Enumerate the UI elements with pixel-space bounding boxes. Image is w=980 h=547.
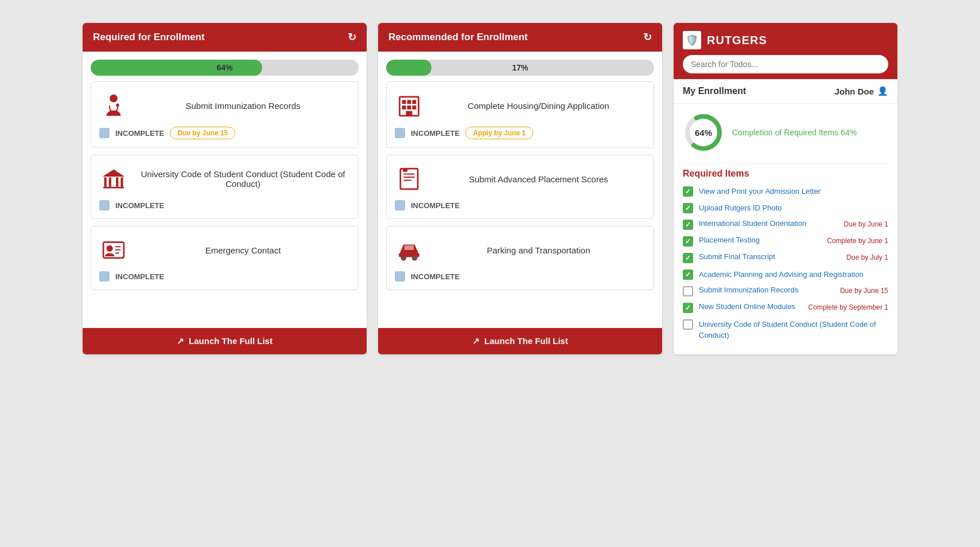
recommended-item-placement-status-text: INCOMPLETE: [411, 201, 460, 210]
svg-rect-25: [403, 169, 407, 172]
recommended-item-parking-top: Parking and Transportation: [395, 236, 645, 264]
required-item-immunization[interactable]: Submit Immunization Records INCOMPLETE D…: [91, 81, 359, 148]
sidebar-item-final-transcript[interactable]: ✓ Submit Final Transcript Due by July 1: [683, 252, 888, 263]
recommended-item-placement-title: Submit Advanced Placement Scores: [431, 174, 645, 184]
sidebar-search-input[interactable]: [683, 55, 888, 73]
required-item-emergency-top: Emergency Contact: [99, 236, 350, 264]
my-enrollment-label: My Enrollment: [683, 86, 746, 96]
svg-rect-24: [403, 179, 411, 181]
sidebar-item-final-transcript-name[interactable]: Submit Final Transcript: [699, 252, 775, 262]
sidebar-item-placement-testing-name[interactable]: Placement Testing: [699, 236, 760, 245]
car-icon: [395, 236, 423, 264]
recommended-panel-header: Recommended for Enrollment ↻: [378, 23, 662, 52]
panels-area: Required for Enrollment ↻ 64%: [83, 23, 662, 354]
recommended-item-placement-checkbox[interactable]: [395, 200, 405, 210]
svg-rect-11: [115, 249, 121, 251]
sidebar-item-intl-orientation[interactable]: ✓ International Student Orientation Due …: [683, 219, 888, 230]
recommended-item-placement-top: Submit Advanced Placement Scores: [395, 165, 645, 193]
recommended-item-housing-checkbox[interactable]: [395, 128, 405, 138]
recommended-item-parking-title: Parking and Transportation: [431, 245, 645, 255]
sidebar-item-new-student-modules-name[interactable]: New Student Online Modules: [699, 302, 795, 312]
required-item-conduct-checkbox[interactable]: [99, 200, 110, 210]
sidebar-body: 64% Completion of Required Items 64% Req…: [674, 104, 897, 354]
sidebar-item-intl-orientation-name[interactable]: International Student Orientation: [699, 219, 806, 229]
sidebar-item-academic-planning[interactable]: ✓ Academic Planning and Advising and Reg…: [683, 269, 888, 280]
recommended-item-placement[interactable]: Submit Advanced Placement Scores INCOMPL…: [386, 155, 654, 219]
sidebar-item-immunization-records-name[interactable]: Submit Immunization Records: [699, 286, 798, 295]
rutgers-shield-icon: 🛡️: [683, 31, 701, 49]
sidebar: 🛡️ RUTGERS My Enrollment John Doe 👤 6: [674, 23, 897, 354]
sidebar-item-student-conduct-info: University Code of Student Conduct (Stud…: [699, 319, 888, 341]
sidebar-user-row: My Enrollment John Doe 👤: [674, 79, 897, 104]
sidebar-item-placement-testing-due: Complete by June 1: [827, 237, 888, 245]
sidebar-item-academic-planning-checkbox[interactable]: ✓: [683, 269, 693, 280]
sidebar-item-rutgers-photo-name[interactable]: Upload Rutgers ID Photo: [699, 204, 782, 212]
recommended-item-parking-status-text: INCOMPLETE: [411, 272, 460, 281]
svg-rect-2: [104, 177, 107, 187]
required-item-conduct-title: University Code of Student Conduct (Stud…: [136, 169, 350, 189]
recommended-refresh-icon[interactable]: ↻: [643, 31, 652, 44]
launch-icon-recommended: ↗︎: [472, 336, 480, 346]
required-item-conduct-status-text: INCOMPLETE: [115, 201, 164, 210]
sidebar-item-intl-orientation-checkbox[interactable]: ✓: [683, 220, 693, 230]
sidebar-item-immunization-records[interactable]: Submit Immunization Records Due by June …: [683, 286, 888, 296]
svg-point-9: [107, 245, 113, 252]
recommended-item-parking[interactable]: Parking and Transportation INCOMPLETE: [386, 226, 654, 290]
user-name-text: John Doe: [835, 87, 874, 96]
sidebar-item-rutgers-photo-checkbox[interactable]: ✓: [683, 203, 693, 213]
svg-point-27: [401, 256, 406, 260]
recommended-items-list: Complete Housing/Dining Application INCO…: [378, 81, 662, 328]
sidebar-item-admission-letter[interactable]: ✓ View and Print your Admission Letter: [683, 186, 888, 197]
required-item-conduct-status: INCOMPLETE: [99, 200, 350, 210]
required-item-emergency-title: Emergency Contact: [136, 245, 350, 255]
sidebar-item-new-student-modules[interactable]: ✓ New Student Online Modules Complete by…: [683, 302, 888, 313]
sidebar-item-academic-planning-name[interactable]: Academic Planning and Advising and Regis…: [699, 270, 864, 279]
rutgers-logo-text: RUTGERS: [707, 34, 767, 47]
sidebar-item-final-transcript-checkbox[interactable]: ✓: [683, 253, 693, 263]
required-item-conduct[interactable]: University Code of Student Conduct (Stud…: [91, 155, 359, 219]
separator: [683, 163, 888, 164]
sidebar-item-placement-testing[interactable]: ✓ Placement Testing Complete by June 1: [683, 236, 888, 247]
completion-text: Completion of Required Items 64%: [732, 128, 857, 137]
sidebar-item-placement-testing-checkbox[interactable]: ✓: [683, 236, 693, 247]
required-item-immunization-status-text: INCOMPLETE: [115, 129, 164, 138]
sidebar-item-admission-letter-checkbox[interactable]: ✓: [683, 186, 693, 197]
svg-rect-10: [115, 246, 121, 247]
sidebar-item-new-student-modules-checkbox[interactable]: ✓: [683, 303, 693, 313]
id-card-icon: [99, 236, 128, 264]
sidebar-item-student-conduct-name[interactable]: University Code of Student Conduct (Stud…: [699, 320, 876, 339]
required-items-list: Submit Immunization Records INCOMPLETE D…: [83, 81, 367, 328]
sidebar-item-admission-letter-name[interactable]: View and Print your Admission Letter: [699, 187, 820, 196]
recommended-item-housing-top: Complete Housing/Dining Application: [395, 91, 645, 120]
required-item-emergency[interactable]: Emergency Contact INCOMPLETE: [91, 226, 359, 290]
recommended-item-parking-status: INCOMPLETE: [395, 271, 645, 282]
recommended-item-housing[interactable]: Complete Housing/Dining Application INCO…: [386, 81, 654, 148]
required-item-immunization-due: Due by June 15: [170, 127, 235, 139]
completion-row: 64% Completion of Required Items 64%: [683, 112, 888, 153]
sidebar-item-new-student-modules-info: New Student Online Modules Complete by S…: [699, 302, 888, 312]
rutgers-logo-row: 🛡️ RUTGERS: [683, 31, 888, 49]
svg-rect-23: [403, 177, 414, 178]
svg-rect-21: [400, 169, 418, 189]
recommended-item-parking-checkbox[interactable]: [395, 271, 405, 282]
sidebar-item-immunization-records-checkbox[interactable]: [683, 286, 693, 296]
required-item-immunization-checkbox[interactable]: [99, 128, 110, 138]
svg-rect-22: [403, 173, 414, 174]
required-item-emergency-checkbox[interactable]: [99, 271, 110, 282]
sidebar-item-placement-testing-row: Placement Testing Complete by June 1: [699, 236, 888, 245]
sidebar-item-student-conduct-checkbox[interactable]: [683, 319, 693, 330]
required-item-emergency-status: INCOMPLETE: [99, 271, 350, 282]
svg-rect-20: [406, 111, 413, 116]
sidebar-item-student-conduct[interactable]: University Code of Student Conduct (Stud…: [683, 319, 888, 341]
recommended-item-housing-title: Complete Housing/Dining Application: [431, 101, 645, 111]
required-refresh-icon[interactable]: ↻: [348, 31, 356, 44]
required-launch-button[interactable]: ↗︎ Launch The Full List: [83, 328, 367, 354]
svg-rect-18: [407, 106, 411, 110]
recommended-item-placement-status: INCOMPLETE: [395, 200, 645, 210]
sidebar-header: 🛡️ RUTGERS: [674, 23, 897, 79]
required-item-emergency-status-text: INCOMPLETE: [115, 272, 164, 281]
sidebar-item-rutgers-photo[interactable]: ✓ Upload Rutgers ID Photo: [683, 202, 888, 213]
recommended-launch-button[interactable]: ↗︎ Launch The Full List: [378, 328, 662, 354]
required-item-immunization-title: Submit Immunization Records: [136, 101, 350, 111]
recommended-panel-title: Recommended for Enrollment: [388, 32, 528, 43]
